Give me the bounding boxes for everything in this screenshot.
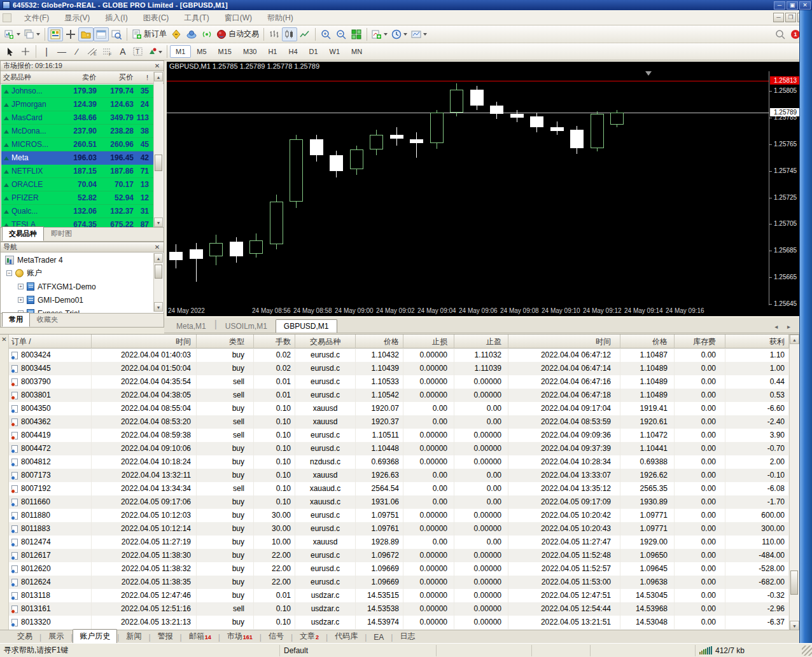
market-watch-row[interactable]: JPmorgan124.39124.6324 [1,98,154,111]
market-watch-header-2[interactable]: 买价 [96,73,133,82]
chart-tab-meta-m1[interactable]: Meta,M1 [168,319,214,333]
history-row[interactable]: 80071922022.04.04 13:34:34sell0.10xauaud… [9,482,789,495]
navigator-scrollbar[interactable]: ▲ ▼ [153,253,163,312]
menu-item-6[interactable]: 帮助(H) [260,11,301,24]
history-column-header-8[interactable]: 时间 [508,335,620,349]
chart-plot-area[interactable] [167,71,769,305]
timeframe-m5-button[interactable]: M5 [191,45,212,58]
market-watch-header-3[interactable]: ! [133,74,150,81]
timeframe-h1-button[interactable]: H1 [262,45,283,58]
menu-item-4[interactable]: 工具(T) [176,11,216,24]
market-watch-header-1[interactable]: 卖价 [59,73,96,82]
channel-tool-button[interactable]: E [85,45,100,59]
status-profile[interactable]: Default [280,645,437,656]
market-watch-row[interactable]: PFIZER52.8252.9412 [1,191,154,205]
history-row[interactable]: 80034242022.04.04 01:40:03buy0.02eurusd.… [9,349,789,362]
zoom-in-button[interactable] [318,27,333,41]
history-column-header-7[interactable]: 止盈 [454,335,508,349]
history-row[interactable]: 80126242022.04.05 11:38:35buy22.00eurusd… [9,576,789,589]
history-row[interactable]: 80071732022.04.04 13:32:11buy0.10xauusd1… [9,469,789,482]
horizontal-line-tool-button[interactable]: — [54,45,69,59]
terminal-tab-6[interactable]: 市场161 [220,629,260,643]
close-button[interactable]: ✕ [799,1,811,10]
navigator-toggle-button[interactable] [78,27,94,41]
history-column-header-4[interactable]: 交易品种 [295,335,356,349]
market-watch-row[interactable]: MasCard348.66349.79113 [1,111,154,125]
metaeditor-button[interactable] [169,27,184,41]
history-row[interactable]: 80118832022.04.05 10:12:14buy30.00eurusd… [9,522,789,536]
close-icon[interactable]: ✕ [153,62,161,69]
history-row[interactable]: 80131182022.04.05 12:47:46buy0.01usdzar.… [9,589,789,602]
market-watch-row[interactable]: Johnso...179.39179.7435 [1,85,154,98]
menu-item-5[interactable]: 窗口(W) [217,11,260,24]
templates-button[interactable] [409,27,429,41]
resize-grip[interactable] [802,646,812,656]
terminal-tab-10[interactable]: EA [367,631,391,643]
candle-chart-type-button[interactable] [282,27,297,41]
terminal-tab-7[interactable]: 信号 [262,629,291,643]
periods-button[interactable] [389,27,409,41]
crosshair-tool-button[interactable] [18,45,33,59]
market-watch-scrollbar[interactable]: ▲ ▼ [153,72,163,227]
vertical-line-tool-button[interactable]: | [39,45,54,59]
indicators-button[interactable] [370,27,389,41]
menu-item-0[interactable]: 文件(F) [17,11,57,24]
scroll-down-icon[interactable]: ▼ [154,302,163,312]
collapse-icon[interactable]: − [6,270,12,276]
market-watch-tab-1[interactable]: 即时图 [44,226,79,241]
trendline-tool-button[interactable]: ∕ [69,45,85,59]
chart-price-axis[interactable]: 1.258051.257851.257651.257451.257251.257… [769,71,799,305]
market-watch-row[interactable]: NETFLIX187.15187.8671 [1,165,154,178]
signals-button[interactable] [199,27,214,41]
chart-time-axis[interactable]: 24 May 202224 May 08:5624 May 08:5824 Ma… [167,305,769,316]
chart-window[interactable]: GBPUSD,M1 1.25785 1.25789 1.25778 1.2578… [167,62,799,316]
history-column-header-6[interactable]: 止损 [403,335,454,349]
scroll-down-icon[interactable]: ▼ [154,218,163,227]
navigator-account-item[interactable]: +ATFXGM1-Demo [1,280,154,293]
scrollbar-thumb[interactable] [790,571,798,595]
history-column-header-3[interactable]: 手数 [254,335,295,349]
scrollbar-thumb[interactable] [155,155,162,171]
terminal-tab-3[interactable]: 新闻 [119,629,148,643]
search-button[interactable] [773,27,788,41]
scroll-down-icon[interactable]: ▼ [790,621,799,630]
strategy-tester-button[interactable] [109,27,124,41]
navigator-account-item[interactable]: +GMI-Demo01 [1,293,154,307]
expand-icon[interactable]: + [18,297,24,303]
history-column-header-1[interactable]: 时间 [92,335,197,349]
new-order-button[interactable]: 新订单 [130,27,169,41]
scrollbar-thumb[interactable] [155,265,162,279]
market-watch-toggle-button[interactable] [48,27,63,41]
history-row[interactable]: 80048122022.04.04 10:18:24buy0.10nzdusd.… [9,455,789,469]
menu-item-2[interactable]: 插入(I) [97,11,135,24]
history-row[interactable]: 80044192022.04.04 08:59:38sell0.10eurusd… [9,429,789,442]
cursor-tool-button[interactable] [3,45,18,59]
chart-shift-marker-icon[interactable] [645,71,652,79]
history-row[interactable]: 80118802022.04.05 10:12:03buy30.00eurusd… [9,509,789,522]
terminal-tab-1[interactable]: 展示 [41,629,71,643]
timeframe-d1-button[interactable]: D1 [304,45,324,58]
new-chart-button[interactable] [3,27,22,41]
text-tool-button[interactable]: A [115,45,130,59]
market-watch-header-0[interactable]: 交易品种 [1,73,59,82]
arrows-tool-button[interactable] [146,45,164,59]
terminal-tab-5[interactable]: 邮箱14 [182,629,218,643]
history-row[interactable]: 80124742022.04.05 11:27:19buy10.00xauusd… [9,536,789,549]
terminal-tab-2[interactable]: 账户历史 [73,629,117,643]
history-row[interactable]: 80116602022.04.05 09:17:06buy0.10xauusd.… [9,495,789,509]
timeframe-mn-button[interactable]: MN [346,45,368,58]
scroll-up-icon[interactable]: ▲ [790,335,799,344]
market-watch-header[interactable]: 交易品种卖价买价! [1,71,164,84]
history-row[interactable]: 80034452022.04.04 01:50:04buy0.02eurusd.… [9,362,789,375]
history-column-header-0[interactable]: 订单 / [9,335,92,349]
terminal-toggle-button[interactable] [94,27,109,41]
chart-menu-icon[interactable] [3,13,11,22]
community-button[interactable] [184,27,199,41]
terminal-tab-11[interactable]: 日志 [393,629,422,643]
timeframe-w1-button[interactable]: W1 [324,45,346,58]
terminal-tab-8[interactable]: 文章2 [293,629,326,643]
autotrading-button[interactable]: 自动交易 [214,27,261,41]
bar-chart-type-button[interactable] [267,27,282,41]
minimize-button[interactable]: ─ [774,1,785,10]
timeframe-h4-button[interactable]: H4 [283,45,303,58]
